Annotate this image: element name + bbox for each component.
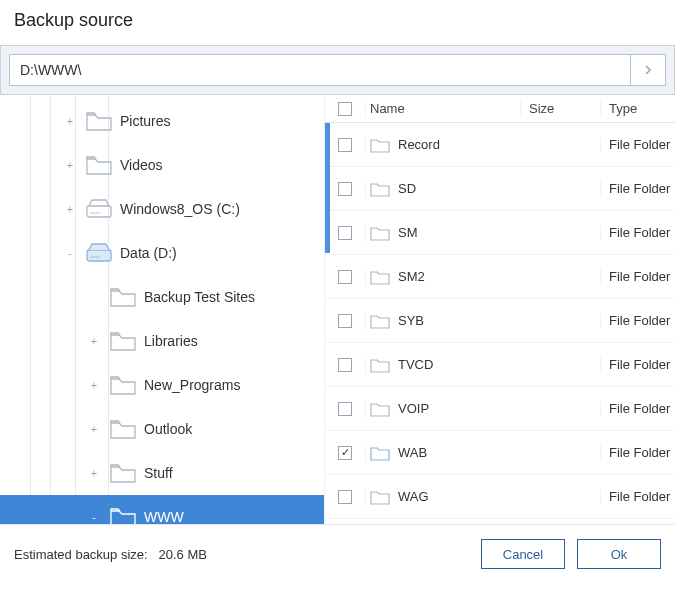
row-type: File Folder — [600, 225, 675, 240]
header-checkbox[interactable] — [338, 102, 352, 116]
list-header: Name Size Type — [325, 95, 675, 123]
folder-icon — [108, 328, 138, 354]
svg-rect-2 — [87, 250, 111, 261]
row-name: WAG — [398, 489, 429, 504]
tree-item[interactable]: + Outlook — [0, 407, 324, 451]
folder-icon — [84, 152, 114, 178]
folder-icon — [370, 181, 390, 197]
tree-item-label: Outlook — [144, 421, 192, 437]
tree-item[interactable]: Backup Test Sites — [0, 275, 324, 319]
tree-item[interactable]: + Libraries — [0, 319, 324, 363]
row-checkbox[interactable] — [338, 446, 352, 460]
folder-icon — [108, 504, 138, 524]
est-label: Estimated backup size: — [14, 547, 148, 562]
tree-item[interactable]: + Stuff — [0, 451, 324, 495]
row-checkbox[interactable] — [338, 270, 352, 284]
tree-item[interactable]: - Data (D:) — [0, 231, 324, 275]
row-name: Record — [398, 137, 440, 152]
row-name: SD — [398, 181, 416, 196]
list-item[interactable]: WAG File Folder — [325, 475, 675, 519]
row-type: File Folder — [600, 137, 675, 152]
collapse-icon[interactable]: - — [88, 511, 100, 523]
est-value: 20.6 MB — [159, 547, 207, 562]
list-item[interactable]: SYB File Folder — [325, 299, 675, 343]
collapse-icon[interactable]: - — [64, 247, 76, 259]
expand-icon[interactable]: + — [88, 467, 100, 479]
drive-icon — [84, 240, 114, 266]
tree-item-label: Libraries — [144, 333, 198, 349]
row-checkbox[interactable] — [338, 490, 352, 504]
list-item[interactable]: TVCD File Folder — [325, 343, 675, 387]
scroll-accent — [325, 123, 330, 253]
tree-pane[interactable]: + Pictures+ Videos+ Windows8_OS (C:)- Da… — [0, 95, 325, 524]
row-type: File Folder — [600, 401, 675, 416]
chevron-right-icon — [644, 65, 652, 75]
folder-icon — [370, 225, 390, 241]
drive-icon — [84, 196, 114, 222]
row-name: SM2 — [398, 269, 425, 284]
row-type: File Folder — [600, 181, 675, 196]
list-item[interactable]: WAB File Folder — [325, 431, 675, 475]
tree-item[interactable]: + Windows8_OS (C:) — [0, 187, 324, 231]
ok-button[interactable]: Ok — [577, 539, 661, 569]
list-pane[interactable]: Name Size Type Record File Folder SD Fil… — [325, 95, 675, 524]
folder-icon — [370, 357, 390, 373]
folder-icon — [370, 269, 390, 285]
footer: Estimated backup size: 20.6 MB Cancel Ok — [0, 525, 675, 569]
header-type[interactable]: Type — [600, 101, 675, 116]
expand-icon[interactable]: + — [64, 203, 76, 215]
path-input[interactable] — [9, 54, 630, 86]
expander-none — [88, 291, 100, 303]
folder-icon — [108, 372, 138, 398]
folder-icon — [108, 284, 138, 310]
row-checkbox[interactable] — [338, 358, 352, 372]
tree-item-label: Windows8_OS (C:) — [120, 201, 240, 217]
tree-item[interactable]: + New_Programs — [0, 363, 324, 407]
svg-rect-1 — [90, 212, 100, 214]
cancel-button[interactable]: Cancel — [481, 539, 565, 569]
list-item[interactable]: Record File Folder — [325, 123, 675, 167]
tree-item-label: Pictures — [120, 113, 171, 129]
row-checkbox[interactable] — [338, 182, 352, 196]
row-name: WAB — [398, 445, 427, 460]
row-type: File Folder — [600, 357, 675, 372]
folder-icon — [84, 108, 114, 134]
folder-icon — [108, 460, 138, 486]
row-checkbox[interactable] — [338, 402, 352, 416]
row-type: File Folder — [600, 313, 675, 328]
tree-item[interactable]: - WWW — [0, 495, 324, 524]
expand-icon[interactable]: + — [64, 115, 76, 127]
path-go-button[interactable] — [630, 54, 666, 86]
header-name[interactable]: Name — [365, 101, 520, 116]
tree-item[interactable]: + Pictures — [0, 99, 324, 143]
row-checkbox[interactable] — [338, 314, 352, 328]
list-item[interactable]: SD File Folder — [325, 167, 675, 211]
row-checkbox[interactable] — [338, 138, 352, 152]
tree-item-label: Stuff — [144, 465, 173, 481]
folder-icon — [370, 445, 390, 461]
expand-icon[interactable]: + — [88, 423, 100, 435]
expand-icon[interactable]: + — [88, 379, 100, 391]
folder-icon — [370, 401, 390, 417]
row-name: SYB — [398, 313, 424, 328]
folder-icon — [370, 489, 390, 505]
row-type: File Folder — [600, 445, 675, 460]
tree-item-label: New_Programs — [144, 377, 240, 393]
header-size[interactable]: Size — [520, 101, 600, 116]
expand-icon[interactable]: + — [64, 159, 76, 171]
path-bar — [0, 45, 675, 95]
folder-icon — [370, 313, 390, 329]
tree-item-label: Videos — [120, 157, 163, 173]
list-item[interactable]: SM2 File Folder — [325, 255, 675, 299]
row-name: VOIP — [398, 401, 429, 416]
tree-item[interactable]: + Videos — [0, 143, 324, 187]
folder-icon — [108, 416, 138, 442]
list-item[interactable]: SM File Folder — [325, 211, 675, 255]
tree-item-label: Backup Test Sites — [144, 289, 255, 305]
list-item[interactable]: VOIP File Folder — [325, 387, 675, 431]
expand-icon[interactable]: + — [88, 335, 100, 347]
tree-item-label: WWW — [144, 509, 184, 524]
row-checkbox[interactable] — [338, 226, 352, 240]
row-type: File Folder — [600, 489, 675, 504]
row-name: SM — [398, 225, 418, 240]
